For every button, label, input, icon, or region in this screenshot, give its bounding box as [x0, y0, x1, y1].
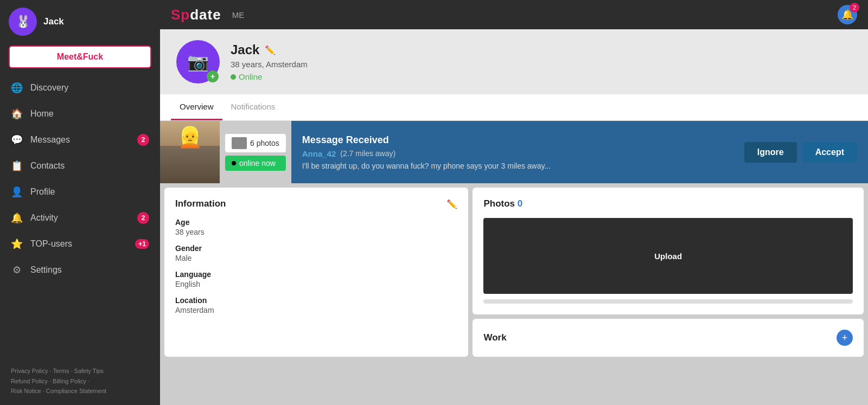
age-value: 38 years: [175, 228, 457, 236]
sidebar: 🐰 Jack Meet&Fuck 🌐 Discovery 🏠 Home 💬 Me…: [0, 0, 160, 405]
notification-count: 2: [850, 3, 859, 12]
tabs: Overview Notifications: [160, 94, 868, 121]
profile-header: 📷 + Jack ✏️ 38 years, Amsterdam Online: [160, 29, 868, 94]
location-field: Location Amsterdam: [175, 296, 457, 314]
add-work-button[interactable]: +: [837, 330, 853, 346]
footer-link[interactable]: Terms: [53, 368, 69, 374]
photos-count: 0: [518, 198, 522, 209]
sidebar-item-contacts[interactable]: 📋 Contacts: [0, 153, 160, 179]
sidebar-item-label: Discovery: [30, 83, 149, 93]
thumb-icon: [232, 137, 247, 149]
language-field: Language English: [175, 270, 457, 288]
sidebar-item-label: Settings: [30, 265, 149, 275]
photos-section: Photos 0 Upload: [473, 188, 864, 314]
upload-progress-bar: [483, 299, 853, 304]
footer-link[interactable]: Refund Policy: [11, 378, 48, 384]
top-users-badge: +1: [135, 239, 149, 249]
footer-link[interactable]: Risk Notice: [11, 388, 41, 394]
information-header: Information ✏️: [175, 198, 457, 209]
gender-value: Male: [175, 254, 457, 262]
sidebar-item-label: Home: [30, 109, 149, 119]
sidebar-item-label: Activity: [30, 213, 130, 223]
profile-icon: 👤: [11, 186, 23, 198]
ignore-button[interactable]: Ignore: [744, 142, 797, 163]
edit-information-icon[interactable]: ✏️: [446, 199, 457, 209]
avatar-add-icon[interactable]: +: [207, 70, 219, 82]
star-icon: ⭐: [11, 238, 23, 250]
discovery-icon: 🌐: [11, 82, 23, 94]
sidebar-item-label: Contacts: [30, 161, 149, 171]
topbar: Spdate ME 🔔 2: [160, 0, 868, 29]
location-value: Amsterdam: [175, 306, 457, 314]
sidebar-item-label: Messages: [30, 135, 130, 145]
footer-link[interactable]: Compliance Statement: [46, 388, 106, 394]
location-label: Location: [175, 296, 457, 305]
profile-info: Jack ✏️ 38 years, Amsterdam Online: [231, 42, 852, 81]
message-actions: Ignore Accept: [744, 142, 857, 163]
sidebar-footer: Privacy Policy · Terms · Safety Tips Ref…: [0, 357, 160, 405]
sidebar-item-top-users[interactable]: ⭐ TOP-users +1: [0, 231, 160, 257]
sidebar-user: 🐰 Jack: [0, 0, 160, 43]
footer-link[interactable]: Billing Policy: [53, 378, 86, 384]
profile-sections: Information ✏️ Age 38 years Gender Male …: [160, 183, 868, 361]
sidebar-item-settings[interactable]: ⚙ Settings: [0, 257, 160, 283]
age-field: Age 38 years: [175, 218, 457, 236]
footer-link[interactable]: Safety Tips: [74, 368, 104, 374]
sidebar-item-label: Profile: [30, 187, 149, 197]
language-value: English: [175, 280, 457, 288]
avatar: 🐰: [9, 8, 37, 36]
message-received-title: Message Received: [302, 134, 733, 146]
edit-name-icon[interactable]: ✏️: [265, 45, 276, 55]
profile-name: Jack: [231, 42, 259, 57]
online-dot: [231, 74, 236, 80]
online-status: Online: [231, 72, 852, 81]
online-dot-small: [232, 161, 236, 165]
sidebar-username: Jack: [43, 16, 64, 27]
sidebar-item-activity[interactable]: 🔔 Activity 2: [0, 205, 160, 231]
photos-title: Photos 0: [483, 198, 522, 209]
content-area: 👱‍♀️ 6 photos online now Message Receive…: [160, 121, 868, 405]
settings-icon: ⚙: [11, 264, 23, 276]
notification-bell[interactable]: 🔔 2: [838, 5, 857, 24]
online-label: Online: [239, 72, 262, 81]
language-label: Language: [175, 270, 457, 279]
work-section: Work +: [473, 319, 864, 357]
contacts-icon: 📋: [11, 160, 23, 172]
me-label: ME: [232, 10, 245, 20]
gender-label: Gender: [175, 244, 457, 253]
logo: Spdate: [171, 7, 221, 23]
message-sender[interactable]: Anna_42: [302, 149, 336, 158]
tab-notifications[interactable]: Notifications: [222, 94, 284, 120]
tab-overview[interactable]: Overview: [171, 94, 222, 120]
messages-icon: 💬: [11, 134, 23, 146]
profile-age-location: 38 years, Amsterdam: [231, 60, 852, 69]
photos-header: Photos 0: [483, 198, 853, 209]
sidebar-item-profile[interactable]: 👤 Profile: [0, 179, 160, 205]
profile-name-row: Jack ✏️: [231, 42, 852, 57]
meet-fuck-button[interactable]: Meet&Fuck: [9, 46, 151, 68]
message-banner: Message Received Anna_42 (2.7 miles away…: [291, 121, 868, 183]
upload-area[interactable]: Upload: [483, 218, 853, 294]
photos-button[interactable]: 6 photos: [225, 134, 286, 152]
home-icon: 🏠: [11, 108, 23, 120]
age-label: Age: [175, 218, 457, 227]
topbar-right: 🔔 2: [838, 5, 857, 24]
information-section: Information ✏️ Age 38 years Gender Male …: [164, 188, 468, 357]
information-title: Information: [175, 198, 226, 209]
online-now-button[interactable]: online now: [225, 156, 286, 171]
sidebar-item-home[interactable]: 🏠 Home: [0, 101, 160, 127]
sidebar-item-messages[interactable]: 💬 Messages 2: [0, 127, 160, 153]
main-content: Spdate ME 🔔 2 📷 + Jack ✏️ 38 years, Amst…: [160, 0, 868, 405]
footer-link[interactable]: Privacy Policy: [11, 368, 48, 374]
user-photo: 👱‍♀️: [160, 121, 220, 183]
online-now-label: online now: [239, 159, 276, 168]
media-buttons: 6 photos online now: [220, 121, 291, 183]
messages-badge: 2: [137, 134, 149, 146]
sidebar-item-discovery[interactable]: 🌐 Discovery: [0, 75, 160, 101]
right-column: Photos 0 Upload Work +: [473, 183, 868, 361]
gender-field: Gender Male: [175, 244, 457, 262]
upload-label: Upload: [654, 252, 682, 261]
accept-button[interactable]: Accept: [802, 142, 857, 163]
photos-count-label: 6 photos: [250, 139, 279, 147]
message-content: Message Received Anna_42 (2.7 miles away…: [302, 134, 733, 170]
